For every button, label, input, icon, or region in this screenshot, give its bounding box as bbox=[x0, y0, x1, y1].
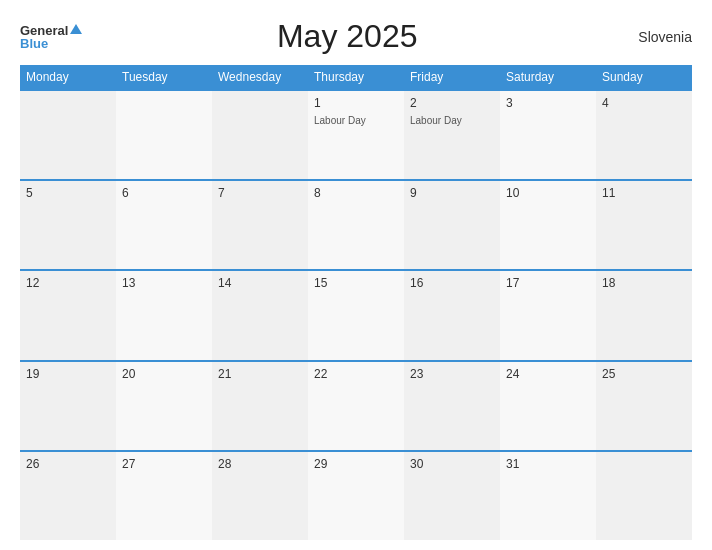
day-number: 26 bbox=[26, 457, 110, 471]
calendar-cell: 4 bbox=[596, 91, 692, 179]
calendar-cell: 6 bbox=[116, 181, 212, 269]
day-number: 8 bbox=[314, 186, 398, 200]
calendar-cell: 19 bbox=[20, 362, 116, 450]
day-number: 23 bbox=[410, 367, 494, 381]
calendar-cell: 30 bbox=[404, 452, 500, 540]
day-number: 12 bbox=[26, 276, 110, 290]
logo: General Blue bbox=[20, 24, 82, 50]
header-day-wednesday: Wednesday bbox=[212, 65, 308, 89]
calendar-cell: 7 bbox=[212, 181, 308, 269]
day-number: 10 bbox=[506, 186, 590, 200]
day-event: Labour Day bbox=[314, 115, 366, 126]
day-number: 2 bbox=[410, 96, 494, 110]
day-number: 6 bbox=[122, 186, 206, 200]
header-day-sunday: Sunday bbox=[596, 65, 692, 89]
day-number: 9 bbox=[410, 186, 494, 200]
calendar: MondayTuesdayWednesdayThursdayFridaySatu… bbox=[20, 65, 692, 540]
calendar-cell: 27 bbox=[116, 452, 212, 540]
calendar-cell: 12 bbox=[20, 271, 116, 359]
header-day-friday: Friday bbox=[404, 65, 500, 89]
logo-blue-text: Blue bbox=[20, 37, 48, 50]
day-number: 15 bbox=[314, 276, 398, 290]
calendar-cell: 22 bbox=[308, 362, 404, 450]
day-event: Labour Day bbox=[410, 115, 462, 126]
calendar-cell: 3 bbox=[500, 91, 596, 179]
header-day-thursday: Thursday bbox=[308, 65, 404, 89]
calendar-header: MondayTuesdayWednesdayThursdayFridaySatu… bbox=[20, 65, 692, 89]
logo-general-text: General bbox=[20, 24, 68, 37]
logo-triangle-icon bbox=[70, 24, 82, 34]
calendar-cell: 2Labour Day bbox=[404, 91, 500, 179]
calendar-cell: 18 bbox=[596, 271, 692, 359]
day-number: 21 bbox=[218, 367, 302, 381]
calendar-body: 1Labour Day2Labour Day345678910111213141… bbox=[20, 89, 692, 540]
calendar-cell: 20 bbox=[116, 362, 212, 450]
calendar-cell: 24 bbox=[500, 362, 596, 450]
calendar-cell bbox=[596, 452, 692, 540]
calendar-cell: 8 bbox=[308, 181, 404, 269]
page: General Blue May 2025 Slovenia MondayTue… bbox=[0, 0, 712, 550]
day-number: 19 bbox=[26, 367, 110, 381]
day-number: 20 bbox=[122, 367, 206, 381]
calendar-cell bbox=[212, 91, 308, 179]
day-number: 16 bbox=[410, 276, 494, 290]
calendar-cell: 9 bbox=[404, 181, 500, 269]
day-number: 27 bbox=[122, 457, 206, 471]
calendar-cell bbox=[20, 91, 116, 179]
calendar-cell: 28 bbox=[212, 452, 308, 540]
calendar-cell: 23 bbox=[404, 362, 500, 450]
header-day-tuesday: Tuesday bbox=[116, 65, 212, 89]
day-number: 1 bbox=[314, 96, 398, 110]
header-day-monday: Monday bbox=[20, 65, 116, 89]
header-day-saturday: Saturday bbox=[500, 65, 596, 89]
calendar-cell: 13 bbox=[116, 271, 212, 359]
calendar-cell: 21 bbox=[212, 362, 308, 450]
day-number: 28 bbox=[218, 457, 302, 471]
day-number: 18 bbox=[602, 276, 686, 290]
calendar-cell: 25 bbox=[596, 362, 692, 450]
day-number: 5 bbox=[26, 186, 110, 200]
calendar-cell: 15 bbox=[308, 271, 404, 359]
calendar-week-1: 1Labour Day2Labour Day34 bbox=[20, 89, 692, 179]
day-number: 17 bbox=[506, 276, 590, 290]
day-number: 30 bbox=[410, 457, 494, 471]
calendar-cell: 29 bbox=[308, 452, 404, 540]
day-number: 4 bbox=[602, 96, 686, 110]
calendar-week-3: 12131415161718 bbox=[20, 269, 692, 359]
day-number: 24 bbox=[506, 367, 590, 381]
day-number: 14 bbox=[218, 276, 302, 290]
calendar-cell: 1Labour Day bbox=[308, 91, 404, 179]
calendar-cell: 5 bbox=[20, 181, 116, 269]
day-number: 31 bbox=[506, 457, 590, 471]
country-label: Slovenia bbox=[612, 29, 692, 45]
day-number: 29 bbox=[314, 457, 398, 471]
calendar-cell: 16 bbox=[404, 271, 500, 359]
calendar-week-5: 262728293031 bbox=[20, 450, 692, 540]
header: General Blue May 2025 Slovenia bbox=[20, 18, 692, 55]
day-number: 3 bbox=[506, 96, 590, 110]
day-number: 25 bbox=[602, 367, 686, 381]
day-number: 13 bbox=[122, 276, 206, 290]
calendar-cell: 14 bbox=[212, 271, 308, 359]
calendar-cell: 10 bbox=[500, 181, 596, 269]
calendar-cell bbox=[116, 91, 212, 179]
day-number: 7 bbox=[218, 186, 302, 200]
calendar-cell: 17 bbox=[500, 271, 596, 359]
calendar-cell: 11 bbox=[596, 181, 692, 269]
day-number: 22 bbox=[314, 367, 398, 381]
calendar-week-2: 567891011 bbox=[20, 179, 692, 269]
calendar-cell: 31 bbox=[500, 452, 596, 540]
calendar-week-4: 19202122232425 bbox=[20, 360, 692, 450]
day-number: 11 bbox=[602, 186, 686, 200]
calendar-cell: 26 bbox=[20, 452, 116, 540]
calendar-title: May 2025 bbox=[82, 18, 612, 55]
